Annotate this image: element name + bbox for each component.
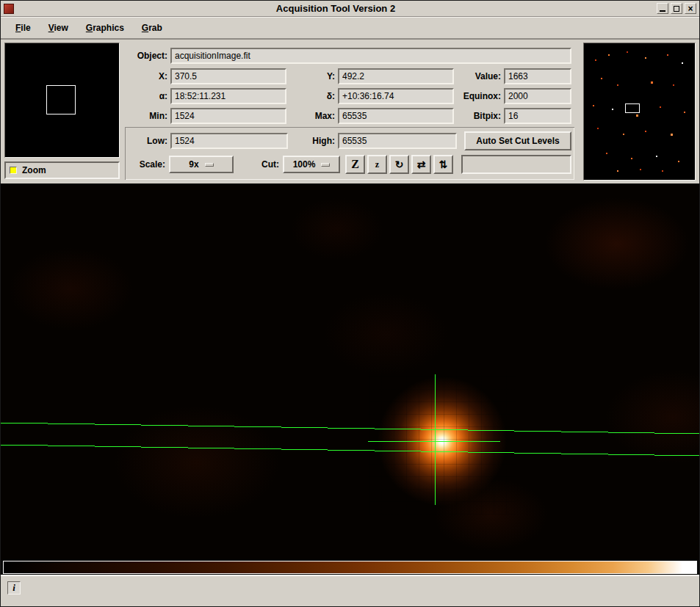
- pan-star-dot: [606, 153, 607, 154]
- scale-label: Scale:: [125, 156, 165, 172]
- x-label: X:: [125, 68, 167, 84]
- pan-star-dot: [645, 57, 646, 59]
- info-icon[interactable]: i: [7, 581, 21, 595]
- option-menu-indicator-icon: [205, 163, 214, 167]
- min-label: Min:: [125, 108, 167, 124]
- cut-select[interactable]: 100%: [283, 156, 340, 173]
- pan-star-dot: [645, 131, 646, 132]
- pan-star-dot: [667, 54, 668, 56]
- auto-set-cut-levels-button[interactable]: Auto Set Cut Levels: [464, 131, 571, 150]
- pan-star-dot: [636, 115, 638, 117]
- ra-field[interactable]: [170, 88, 286, 104]
- pan-star-dot: [631, 158, 632, 159]
- max-field[interactable]: [338, 108, 454, 124]
- high-field[interactable]: [338, 133, 457, 149]
- colorbar[interactable]: [3, 561, 697, 574]
- app-window: Acquisition Tool Version 2 × File View G…: [0, 0, 700, 607]
- pan-star-dot: [651, 81, 653, 84]
- image-info-panel: Object: X: Y: Value: α: δ: Equinox: Min:…: [125, 43, 578, 181]
- pan-star-dot: [623, 134, 624, 135]
- zoom-panel: Zoom: [4, 43, 120, 181]
- target-star: [369, 368, 516, 515]
- pan-star-dot: [678, 161, 679, 162]
- x-field[interactable]: [170, 68, 286, 84]
- object-field[interactable]: [170, 48, 571, 64]
- cut-label: Cut:: [241, 156, 279, 172]
- pan-star-dot: [684, 112, 685, 113]
- window-menu-icon[interactable]: [4, 4, 14, 14]
- scale-select[interactable]: 9x: [169, 156, 234, 173]
- pan-star-dot: [682, 62, 683, 64]
- pan-star-dot: [617, 84, 618, 86]
- pan-star-dot: [656, 156, 657, 157]
- pan-view[interactable]: [583, 43, 696, 181]
- bitpix-field[interactable]: [504, 108, 571, 124]
- zoom-label-row: Zoom: [4, 161, 120, 179]
- colorbar-strip: [1, 560, 699, 575]
- maximize-button[interactable]: [671, 3, 682, 14]
- pan-star-dot: [627, 51, 628, 53]
- pan-star-dot: [640, 169, 641, 170]
- zoom-checkbox[interactable]: [10, 167, 17, 174]
- pan-star-dot: [662, 170, 663, 172]
- zoom-indicator-rect: [46, 85, 76, 115]
- status-bar: i: [1, 575, 699, 606]
- zoom-in-button[interactable]: Z: [345, 155, 365, 174]
- flip-y-button[interactable]: ⇅: [433, 155, 453, 174]
- dec-label: δ:: [291, 88, 335, 104]
- option-menu-indicator-icon: [321, 163, 330, 167]
- menu-item-view[interactable]: View: [40, 18, 77, 38]
- equinox-field[interactable]: [504, 88, 571, 104]
- menu-item-graphics[interactable]: Graphics: [77, 18, 133, 38]
- window-title: Acquisition Tool Version 2: [17, 3, 654, 14]
- equinox-label: Equinox:: [452, 88, 501, 104]
- top-section: Zoom Object: X: Y: Value: α: δ: Equinox:…: [1, 40, 699, 183]
- pan-star-dot: [612, 109, 613, 110]
- pan-star-dot: [597, 128, 599, 129]
- low-field[interactable]: [170, 133, 288, 149]
- rotate-button[interactable]: ↻: [389, 155, 409, 174]
- pan-star-dot: [595, 59, 596, 61]
- minimize-icon: [660, 10, 665, 12]
- menu-item-file[interactable]: File: [7, 18, 40, 38]
- image-canvas[interactable]: [1, 183, 700, 560]
- pan-star-dot: [601, 78, 602, 79]
- ra-label: α:: [125, 88, 167, 104]
- pan-star-dot: [608, 54, 610, 56]
- y-label: Y:: [291, 68, 335, 84]
- pan-star-dot: [660, 106, 661, 108]
- low-label: Low:: [125, 133, 167, 149]
- menu-bar: File View Graphics Grab: [1, 17, 699, 40]
- maximize-icon: [674, 6, 679, 12]
- y-field[interactable]: [338, 68, 454, 84]
- message-area: [461, 155, 571, 174]
- min-field[interactable]: [170, 108, 286, 124]
- view-toolbar: Z z ↻ ⇄ ⇅: [345, 155, 453, 174]
- close-button[interactable]: ×: [685, 3, 696, 14]
- pan-star-dot: [593, 105, 594, 106]
- dec-field[interactable]: [338, 88, 454, 104]
- bitpix-label: Bitpix:: [452, 108, 501, 124]
- zoom-out-button[interactable]: z: [367, 155, 387, 174]
- zoom-label: Zoom: [22, 165, 46, 175]
- close-icon: ×: [688, 4, 693, 13]
- pan-marker-rect[interactable]: [625, 103, 640, 113]
- high-label: High:: [291, 133, 335, 149]
- object-label: Object:: [125, 48, 167, 64]
- value-field[interactable]: [504, 68, 571, 84]
- overlay-graphics: [1, 183, 700, 560]
- max-label: Max:: [291, 108, 335, 124]
- flip-x-button[interactable]: ⇄: [411, 155, 431, 174]
- title-bar[interactable]: Acquisition Tool Version 2 ×: [1, 1, 699, 17]
- minimize-button[interactable]: [657, 3, 668, 14]
- value-label: Value:: [452, 68, 501, 84]
- menu-item-grab[interactable]: Grab: [133, 18, 171, 38]
- pan-star-dot: [671, 134, 673, 136]
- zoom-view: [4, 43, 120, 158]
- pan-star-dot: [673, 84, 674, 86]
- pan-star-dot: [617, 170, 618, 172]
